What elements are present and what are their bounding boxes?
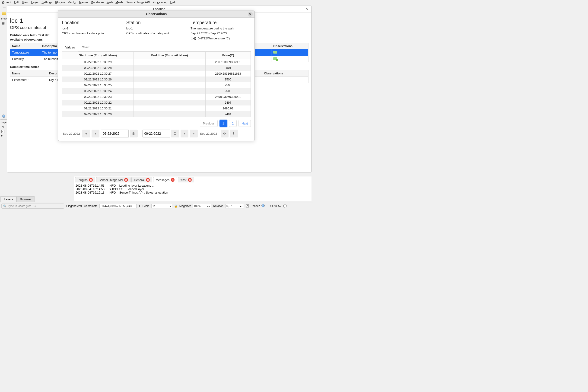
- close-icon[interactable]: ✕: [248, 12, 253, 17]
- layers-panel-title: Laye: [0, 120, 8, 124]
- col-end-time[interactable]: End time (Europe/Lisbon): [134, 52, 205, 59]
- tab-browser[interactable]: Browser: [16, 196, 34, 202]
- refresh-icon[interactable]: ⟳: [221, 130, 228, 138]
- menu-vector[interactable]: Vector: [68, 0, 76, 4]
- col-name: Name: [10, 70, 47, 77]
- col-value[interactable]: Value(C): [205, 52, 251, 59]
- observations-icon[interactable]: [273, 57, 277, 60]
- table-row[interactable]: 09/22/2022 10:30:212495.92: [62, 106, 251, 111]
- close-tab-icon[interactable]: ✕: [146, 178, 150, 182]
- calendar-icon[interactable]: 🗓: [130, 130, 138, 138]
- log-content: 2023-08-04T16:14:53 INFO Loading layer L…: [74, 183, 312, 195]
- tab-chart[interactable]: Chart: [78, 44, 93, 51]
- station-info: Station loc-1 GPS coordinates of a data …: [126, 20, 187, 42]
- page-1-button[interactable]: 1: [219, 120, 227, 127]
- download-icon[interactable]: ⬇: [230, 130, 238, 138]
- menu-database[interactable]: Database: [91, 0, 104, 4]
- end-date-input[interactable]: [142, 130, 170, 138]
- table-row[interactable]: 09/22/2022 10:30:272500.68316831683: [62, 71, 251, 76]
- magnifier-label: Magnifier: [179, 204, 191, 208]
- menu-edit[interactable]: Edit: [14, 0, 19, 4]
- legend-entries: 1 legend entr: [66, 204, 82, 208]
- browser-tool-icon[interactable]: ▤: [2, 21, 6, 24]
- coordinate-label: Coordinate: [84, 204, 97, 208]
- layer-visibility-checkbox[interactable]: ✓: [1, 130, 4, 133]
- menu-view[interactable]: View: [22, 0, 28, 4]
- close-tab-icon[interactable]: ✕: [188, 178, 192, 182]
- menu-bar: Project Edit View Layer Settings Plugins…: [0, 0, 313, 4]
- status-bar: 🔍 Type to locate (Ctrl+K) 1 legend entr …: [0, 202, 313, 209]
- tab-values[interactable]: Values: [62, 44, 78, 52]
- tabs: Values Chart: [62, 44, 251, 52]
- log-tab-frost[interactable]: frost✕: [178, 177, 194, 182]
- locator-input[interactable]: 🔍 Type to locate (Ctrl+K): [1, 204, 64, 209]
- close-tab-icon[interactable]: ✕: [124, 178, 128, 182]
- next-button[interactable]: Next: [238, 120, 251, 127]
- style-icon[interactable]: ✎: [2, 125, 6, 128]
- col-start-time[interactable]: Start time (Europe/Lisbon): [62, 52, 134, 59]
- menu-help[interactable]: Help: [170, 0, 177, 4]
- menu-layer[interactable]: Layer: [31, 0, 39, 4]
- menu-processing[interactable]: Processing: [152, 0, 167, 4]
- menu-settings[interactable]: Settings: [41, 0, 52, 4]
- page-2-button[interactable]: 2: [229, 120, 237, 127]
- table-row[interactable]: 09/22/2022 10:30:252500: [62, 82, 251, 88]
- pagination: Previous 1 2 Next: [62, 120, 251, 127]
- scale-label: Scale: [142, 204, 149, 208]
- last-page-icon[interactable]: »: [190, 130, 198, 138]
- values-table: Start time (Europe/Lisbon) End time (Eur…: [62, 52, 251, 117]
- db-icon[interactable]: [2, 11, 6, 16]
- close-tab-icon[interactable]: ✕: [89, 178, 93, 182]
- scale-field[interactable]: 1:8▾: [151, 204, 172, 208]
- menu-project[interactable]: Project: [2, 0, 11, 4]
- render-checkbox[interactable]: ✓: [246, 204, 249, 208]
- table-row[interactable]: 09/22/2022 10:30:292507.93069306931: [62, 59, 251, 65]
- messages-icon[interactable]: 💬: [283, 204, 287, 208]
- close-icon[interactable]: ✕: [305, 7, 309, 11]
- epsg-label[interactable]: EPSG:3857: [267, 204, 281, 208]
- menu-sensorthings[interactable]: SensorThings API: [126, 0, 150, 4]
- observations-dialog: Observations ✕ Location loc-1 GPS coordi…: [58, 10, 255, 141]
- table-row[interactable]: 09/22/2022 10:30:262500: [62, 76, 251, 82]
- globe-icon[interactable]: [2, 114, 6, 118]
- first-page-icon[interactable]: «: [82, 130, 90, 138]
- coordinate-field[interactable]: -16441,019 6717259,243: [99, 204, 136, 208]
- log-tab-sensorthings[interactable]: SensorThings API✕: [96, 177, 130, 182]
- toggle-extents-icon[interactable]: ✦: [138, 204, 141, 208]
- date-range-bar: Sep 22 2022 « ‹ 🗓 🗓 › » Sep 22 2022 ⟳ ⬇: [62, 130, 251, 138]
- table-row[interactable]: 09/22/2022 10:30:242500: [62, 88, 251, 94]
- log-tab-plugins[interactable]: Plugins✕: [75, 177, 95, 182]
- menu-raster[interactable]: Raster: [79, 0, 88, 4]
- calendar-icon[interactable]: 🗓: [171, 130, 179, 138]
- log-tab-messages[interactable]: Messages✕: [153, 177, 177, 182]
- browser-panel-title: Brow: [0, 17, 8, 20]
- next-icon[interactable]: ›: [181, 130, 188, 138]
- table-row[interactable]: 09/22/2022 10:30:202494: [62, 111, 251, 117]
- lock-icon[interactable]: 🔒: [174, 204, 177, 208]
- crs-icon[interactable]: [261, 204, 265, 208]
- search-icon: 🔍: [3, 204, 6, 208]
- table-row[interactable]: 09/22/2022 10:30:232498.93069306931: [62, 94, 251, 100]
- tab-layers[interactable]: Layers: [0, 196, 16, 202]
- magnifier-field[interactable]: 100%▴▾: [193, 204, 211, 208]
- render-label: Render: [251, 204, 260, 208]
- menu-web[interactable]: Web: [107, 0, 113, 4]
- table-row[interactable]: 09/22/2022 10:30:282501: [62, 65, 251, 71]
- close-tab-icon[interactable]: ✕: [171, 178, 174, 182]
- start-date-input[interactable]: [101, 130, 129, 138]
- log-panel: Plugins✕ SensorThings API✕ General✕ Mess…: [74, 176, 312, 201]
- toolbar-placeholder-icon[interactable]: ▭: [2, 5, 6, 10]
- start-date-label: Sep 22 2022: [62, 132, 81, 136]
- sensor-icon: ((•)): [190, 36, 196, 40]
- rotation-label: Rotation: [213, 204, 223, 208]
- log-tab-general[interactable]: General✕: [131, 177, 152, 182]
- menu-mesh[interactable]: Mesh: [115, 0, 123, 4]
- table-row[interactable]: 09/22/2022 10:30:222497: [62, 100, 251, 106]
- prev-icon[interactable]: ‹: [91, 130, 99, 138]
- location-info: Location loc-1 GPS coordinates of a data…: [62, 20, 122, 42]
- dialog-title: Observations ✕: [58, 10, 254, 18]
- rotation-field[interactable]: 0,0 °▴▾: [225, 204, 244, 208]
- menu-plugins[interactable]: Plugins: [55, 0, 65, 4]
- prev-button[interactable]: Previous: [200, 120, 218, 127]
- observations-icon[interactable]: [273, 51, 277, 54]
